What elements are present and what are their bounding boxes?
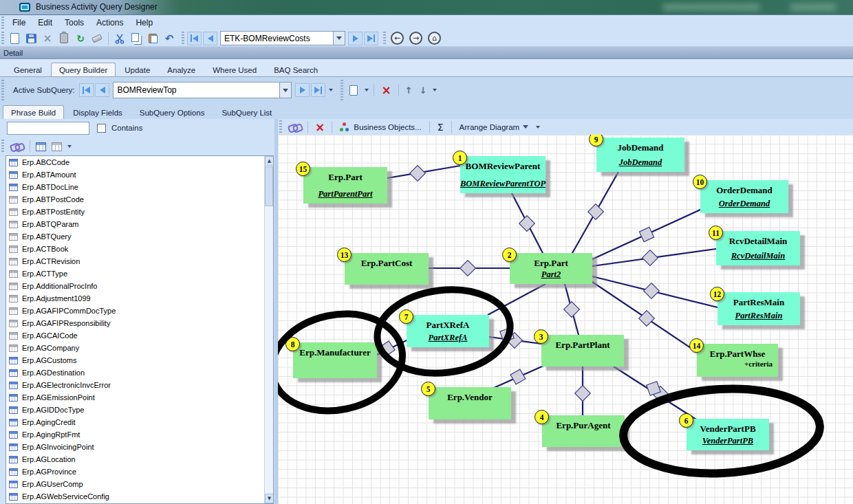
- relation-diamond-icon[interactable]: [588, 204, 604, 220]
- move-up-icon[interactable]: ↑: [402, 85, 416, 96]
- paste-icon[interactable]: [145, 32, 160, 45]
- table-search-input[interactable]: [7, 122, 89, 135]
- relation-diamond-icon[interactable]: [639, 227, 654, 241]
- tab-query-builder[interactable]: Query Builder: [51, 63, 116, 76]
- list-item[interactable]: Erp.AgingCredit: [6, 416, 264, 428]
- delete-relation-icon[interactable]: ×: [311, 120, 329, 134]
- cut-icon[interactable]: [112, 32, 127, 45]
- link-tables-icon[interactable]: [10, 142, 23, 151]
- list-item[interactable]: Erp.AGElectronicInvcError: [6, 379, 264, 391]
- delete-subquery-icon[interactable]: ×: [377, 83, 395, 97]
- forward-button[interactable]: →: [409, 32, 422, 45]
- tab-analyze[interactable]: Analyze: [159, 63, 204, 76]
- list-item[interactable]: Erp.AGAFIPCommDocType: [6, 305, 264, 317]
- menu-item-tools[interactable]: Tools: [58, 17, 90, 29]
- toolbar-overflow-icon[interactable]: [327, 89, 334, 96]
- relation-diamond-icon[interactable]: [519, 216, 535, 232]
- list-item[interactable]: Erp.ABCCode: [6, 156, 264, 168]
- relation-diamond-icon[interactable]: [510, 369, 526, 384]
- list-item[interactable]: Erp.AGUserComp: [6, 478, 264, 490]
- list-item[interactable]: Erp.AGProvince: [6, 465, 264, 478]
- list-item[interactable]: Erp.ACTBook: [6, 243, 264, 255]
- list-item[interactable]: Erp.AGCustoms: [6, 354, 264, 366]
- subtab-subquery-list[interactable]: SubQuery List: [213, 105, 280, 119]
- sigma-icon[interactable]: Σ: [433, 120, 449, 134]
- menu-item-edit[interactable]: Edit: [32, 17, 58, 29]
- list-item[interactable]: Erp.AGCAICode: [6, 329, 264, 342]
- list-item[interactable]: Erp.AGLocation: [6, 453, 264, 465]
- back-button[interactable]: ←: [391, 32, 404, 45]
- list-item[interactable]: Erp.ACTRevision: [6, 255, 264, 267]
- menu-item-help[interactable]: Help: [129, 17, 159, 29]
- new-subquery-icon[interactable]: [346, 83, 361, 97]
- diagram-node-jobdemand[interactable]: 9JobDemandJobDemand: [596, 138, 684, 172]
- diagram-node-rcvdetailmain[interactable]: 11RcvDetailMainRcvDetailMain: [716, 231, 800, 265]
- table-options-dropdown-icon[interactable]: [66, 145, 72, 152]
- move-down-icon[interactable]: ↓: [416, 85, 431, 96]
- diagram-node-erp-puragent[interactable]: 4Erp.PurAgent: [542, 415, 625, 447]
- list-item[interactable]: Erp.ABTPostCode: [6, 193, 264, 206]
- clear-icon[interactable]: [89, 32, 105, 45]
- subtab-subquery-options[interactable]: SubQuery Options: [131, 105, 213, 119]
- diagram-node-venderpartpb[interactable]: 6VenderPartPBVenderPartPB: [687, 419, 769, 450]
- list-item[interactable]: Erp.AGInvoicingPoint: [6, 441, 264, 453]
- add-relation-icon[interactable]: [288, 123, 301, 131]
- list-item[interactable]: Erp.ABTDocLine: [6, 181, 264, 193]
- relation-diamond-icon[interactable]: [380, 341, 395, 356]
- relation-line[interactable]: [488, 284, 546, 315]
- relation-diamond-icon[interactable]: [410, 166, 426, 182]
- scrollbar-thumb[interactable]: [265, 166, 273, 206]
- query-select[interactable]: ETK-BOMReviewCosts: [220, 31, 345, 45]
- tab-general[interactable]: General: [6, 63, 50, 76]
- chevron-down-icon[interactable]: [279, 83, 291, 98]
- scroll-up-icon[interactable]: ▲: [265, 156, 274, 166]
- table-copy-icon[interactable]: [52, 142, 62, 151]
- new-icon[interactable]: [7, 32, 22, 45]
- list-item[interactable]: Erp.AdditionalProcInfo: [6, 280, 264, 292]
- clipboard-icon[interactable]: [56, 32, 72, 45]
- list-item[interactable]: Erp.AGDestination: [6, 366, 264, 379]
- list-item[interactable]: Erp.ABTQuery: [6, 230, 264, 243]
- toolbar-overflow-icon[interactable]: [535, 126, 541, 133]
- list-item[interactable]: Erp.ABTAmount: [6, 168, 264, 181]
- diagram-node-erp-part[interactable]: 2Erp.PartPart2: [510, 253, 592, 284]
- menu-item-file[interactable]: File: [6, 17, 32, 29]
- list-item[interactable]: Erp.AGEmissionPoint: [6, 391, 264, 404]
- subquery-first-button[interactable]: [79, 83, 94, 97]
- diagram-node-erp-vendor[interactable]: 5Erp.Vendor: [429, 387, 511, 419]
- scroll-down-icon[interactable]: ▼: [265, 494, 274, 503]
- contains-checkbox[interactable]: [97, 124, 106, 133]
- list-item[interactable]: Erp.ABTQParam: [6, 218, 264, 230]
- relation-diamond-icon[interactable]: [564, 302, 580, 318]
- diagram-node-partresmain[interactable]: 12PartResMainPartResMain: [717, 292, 800, 325]
- diagram-node-erp-partplant[interactable]: 3Erp.PartPlant: [541, 335, 624, 366]
- tab-update[interactable]: Update: [116, 63, 158, 76]
- relation-diamond-icon[interactable]: [575, 386, 591, 402]
- next-record-button[interactable]: [348, 32, 363, 45]
- subquery-next-button[interactable]: [295, 83, 310, 97]
- list-item[interactable]: Erp.Adjustment1099: [6, 292, 264, 305]
- first-record-button[interactable]: [187, 32, 202, 45]
- subtab-phrase-build[interactable]: Phrase Build: [3, 105, 64, 119]
- tab-baq-search[interactable]: BAQ Search: [266, 63, 326, 76]
- diagram-canvas[interactable]: 15Erp.PartPartParentPart1BOMReviewParent…: [278, 135, 853, 504]
- list-item[interactable]: Erp.AgingRptFmt: [6, 428, 264, 441]
- copy-icon[interactable]: [129, 32, 144, 45]
- list-item[interactable]: Erp.ACTType: [6, 267, 264, 280]
- diagram-node-partxrefa[interactable]: 7PartXRefAPartXRefA: [407, 315, 489, 347]
- menu-item-actions[interactable]: Actions: [90, 17, 129, 29]
- diagram-node-erp-manufacturer[interactable]: 8Erp.Manufacturer: [293, 342, 377, 378]
- new-subquery-dropdown-icon[interactable]: [363, 89, 369, 96]
- home-button[interactable]: ⌂: [428, 32, 441, 45]
- list-item[interactable]: Erp.AGWebServiceConfig: [6, 490, 264, 503]
- arrange-diagram-button[interactable]: Arrange Diagram: [455, 120, 534, 134]
- list-item[interactable]: Erp.AGIDDocType: [6, 404, 264, 416]
- list-item[interactable]: Erp.AGCompany: [6, 342, 264, 354]
- delete-icon[interactable]: ×: [40, 32, 55, 45]
- diagram-node-erp-part[interactable]: 15Erp.PartPartParentPart: [303, 167, 387, 204]
- last-record-button[interactable]: [364, 32, 378, 45]
- subquery-last-button[interactable]: [311, 83, 325, 97]
- relation-diamond-icon[interactable]: [460, 261, 476, 276]
- refresh-icon[interactable]: ↻: [73, 32, 88, 45]
- relation-diamond-icon[interactable]: [644, 283, 660, 299]
